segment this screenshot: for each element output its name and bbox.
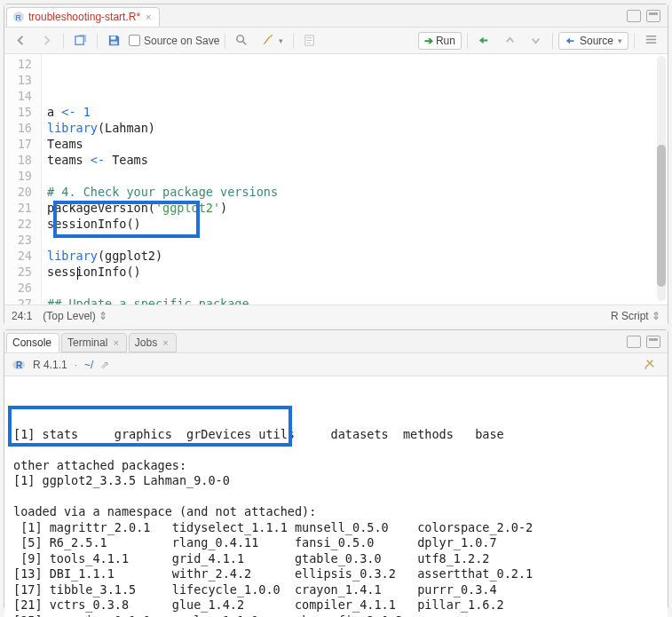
source-button[interactable]: Source ▾ xyxy=(558,32,629,50)
compile-report-button[interactable] xyxy=(299,32,321,49)
editor-tabbar: R troubleshooting-start.R* × xyxy=(4,4,668,28)
file-tab[interactable]: R troubleshooting-start.R* × xyxy=(6,7,160,27)
svg-rect-4 xyxy=(111,41,118,44)
r-logo-icon: R xyxy=(12,358,26,372)
pane-window-controls xyxy=(627,10,668,22)
console-header: R R 4.1.1 · ~/ ⇗ xyxy=(4,353,668,376)
editor-scrollbar[interactable] xyxy=(657,145,666,287)
path-reveal-icon[interactable]: ⇗ xyxy=(100,359,109,371)
code-area[interactable]: a <- 1library(Lahman)Teamsteams <- Teams… xyxy=(42,54,668,305)
svg-text:R: R xyxy=(16,360,23,370)
save-button[interactable] xyxy=(103,32,125,49)
run-arrow-icon: ➔ xyxy=(424,35,433,47)
r-version-label: R 4.1.1 xyxy=(33,359,67,371)
scope-selector[interactable]: (Top Level) ⇕ xyxy=(43,310,107,322)
file-tab-label: troubleshooting-start.R* xyxy=(28,11,140,23)
tab-terminal[interactable]: Terminal × xyxy=(61,333,127,352)
svg-rect-3 xyxy=(111,36,116,40)
svg-point-5 xyxy=(237,36,244,43)
code-editor[interactable]: 12131415161718192021222324252627 a <- 1l… xyxy=(4,54,668,305)
tab-console[interactable]: Console xyxy=(6,333,59,352)
language-selector[interactable]: R Script ⇕ xyxy=(611,310,660,322)
svg-rect-2 xyxy=(75,36,83,44)
editor-statusbar: 24:1 (Top Level) ⇕ R Script ⇕ xyxy=(4,305,668,326)
minimize-console-icon[interactable] xyxy=(627,336,641,348)
minimize-pane-icon[interactable] xyxy=(627,10,641,22)
run-label: Run xyxy=(436,35,455,47)
r-file-icon: R xyxy=(12,11,25,23)
line-number-gutter: 12131415161718192021222324252627 xyxy=(4,54,42,305)
maximize-console-icon[interactable] xyxy=(646,336,660,348)
find-button[interactable] xyxy=(231,32,253,49)
console-output[interactable]: [1] stats graphics grDevices utils datas… xyxy=(4,376,668,617)
source-on-save-checkbox[interactable] xyxy=(129,35,140,46)
svg-text:R: R xyxy=(16,13,21,22)
editor-toolbar: Source on Save ▾ ➔ Run Source ▾ xyxy=(4,28,668,54)
forward-button[interactable] xyxy=(36,32,58,49)
go-next-section-button[interactable] xyxy=(525,32,547,49)
back-button[interactable] xyxy=(10,32,32,49)
go-prev-section-button[interactable] xyxy=(499,32,521,49)
tab-jobs[interactable]: Jobs × xyxy=(129,333,177,352)
source-label: Source xyxy=(580,35,613,47)
clear-console-button[interactable] xyxy=(638,356,660,373)
rerun-button[interactable] xyxy=(473,32,495,49)
console-tabbar: Console Terminal × Jobs × xyxy=(4,330,668,353)
run-button[interactable]: ➔ Run xyxy=(418,32,462,50)
outline-button[interactable] xyxy=(640,32,662,49)
code-tools-button[interactable]: ▾ xyxy=(257,32,288,49)
maximize-pane-icon[interactable] xyxy=(646,10,660,22)
working-directory[interactable]: ~/ xyxy=(84,359,93,371)
cursor-position: 24:1 xyxy=(12,310,32,322)
tab-close-icon[interactable]: × xyxy=(146,12,151,22)
show-in-new-window-button[interactable] xyxy=(69,32,91,49)
text-cursor xyxy=(77,267,78,280)
source-on-save-label: Source on Save xyxy=(144,35,219,47)
